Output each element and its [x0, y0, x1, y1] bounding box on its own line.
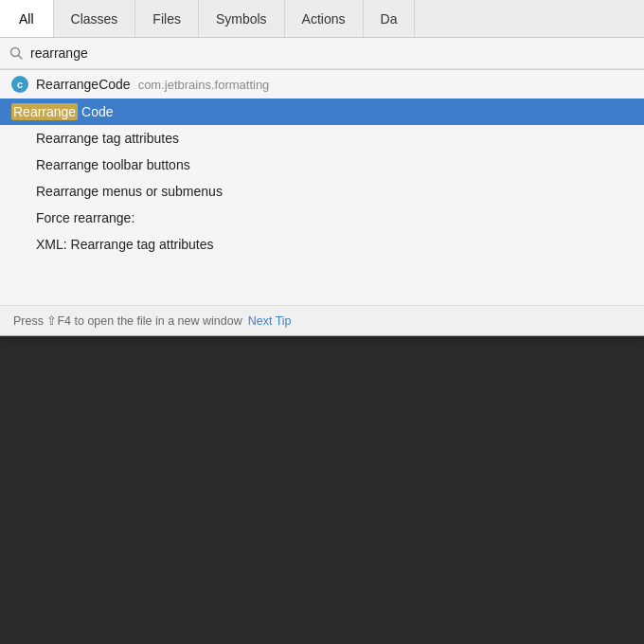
- result-item-rearrange-code[interactable]: Rearrange Code: [0, 98, 644, 125]
- tab-actions[interactable]: Actions: [285, 0, 364, 37]
- result-package: com.jetbrains.formatting: [138, 78, 270, 92]
- result-item-rearrange-menus[interactable]: Rearrange menus or submenus: [0, 178, 644, 205]
- result-label: Rearrange toolbar buttons: [36, 157, 190, 172]
- results-list: c RearrangeCode com.jetbrains.formatting…: [0, 70, 644, 305]
- tab-symbols[interactable]: Symbols: [199, 0, 285, 37]
- result-item-force-rearrange[interactable]: Force rearrange:: [0, 205, 644, 231]
- result-name-rest: Code: [81, 104, 113, 119]
- result-label: XML: Rearrange tag attributes: [36, 237, 214, 252]
- result-item-rearrange-toolbar[interactable]: Rearrange toolbar buttons: [0, 152, 644, 178]
- result-item-xml-rearrange[interactable]: XML: Rearrange tag attributes: [0, 231, 644, 258]
- tip-bar: Press ⇧F4 to open the file in a new wind…: [0, 305, 644, 335]
- highlight-rearrange: Rearrange: [11, 103, 78, 120]
- result-item-rearrangecode[interactable]: c RearrangeCode com.jetbrains.formatting: [0, 70, 644, 98]
- tab-bar: All Classes Files Symbols Actions Da: [0, 0, 644, 38]
- tab-da[interactable]: Da: [364, 0, 416, 37]
- result-label: Rearrange tag attributes: [36, 131, 179, 146]
- tip-text: Press ⇧F4 to open the file in a new wind…: [13, 313, 242, 328]
- tab-classes[interactable]: Classes: [54, 0, 136, 37]
- result-label: Force rearrange:: [36, 210, 134, 225]
- tab-all[interactable]: All: [0, 0, 54, 37]
- result-label: Rearrange menus or submenus: [36, 184, 223, 199]
- results-spacer: [0, 258, 644, 305]
- search-icon: [9, 46, 23, 60]
- search-input[interactable]: [30, 45, 635, 61]
- tab-files[interactable]: Files: [135, 0, 199, 37]
- next-tip-link[interactable]: Next Tip: [248, 314, 292, 328]
- result-name: Rearrange Code: [11, 104, 114, 119]
- result-class-name: RearrangeCode: [36, 77, 131, 92]
- result-item-rearrange-tag[interactable]: Rearrange tag attributes: [0, 125, 644, 152]
- svg-line-1: [19, 56, 23, 60]
- search-overlay: All Classes Files Symbols Actions Da: [0, 0, 644, 336]
- search-row: [0, 38, 644, 69]
- class-icon: c: [11, 76, 28, 93]
